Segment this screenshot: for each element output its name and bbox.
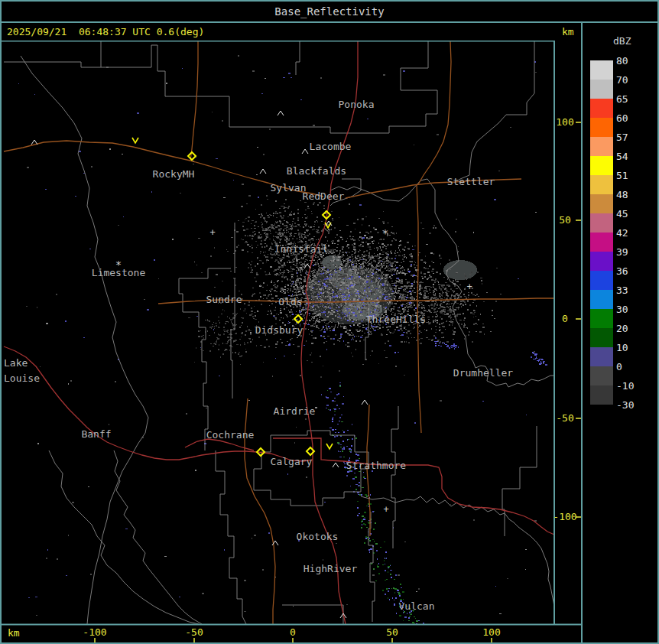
boundary-line — [21, 56, 148, 624]
legend-color-block — [590, 309, 613, 328]
city-label: Banff — [81, 428, 111, 440]
road-brown — [190, 41, 198, 161]
plus-marker-icon: + — [383, 504, 388, 515]
axes: 100500-50-100-100-50050100km — [8, 116, 581, 642]
legend-color-block — [590, 137, 613, 156]
timestamp-row: 2025/09/21 06:48:37 UTC 0.6(deg) km — [2, 23, 581, 41]
legend-tick-label: 54 — [616, 151, 628, 161]
boundary-line — [216, 450, 246, 624]
right-axis-label: 0 — [562, 313, 568, 324]
bottom-axis-label: 50 — [386, 626, 398, 638]
legend-color-block — [590, 60, 613, 80]
caret-marker-icon — [31, 140, 37, 145]
boundary-line — [4, 41, 101, 67]
legend-color-block — [590, 213, 613, 233]
legend-tick-label: 45 — [616, 209, 628, 219]
legend-tick-label: 42 — [616, 228, 628, 238]
legend-color-block — [590, 175, 613, 194]
legend-color-block — [590, 252, 613, 271]
boundary-line — [114, 450, 202, 624]
city-label: Olds — [278, 296, 302, 307]
bottom-axis-label: -50 — [185, 626, 203, 638]
scan-timestamp: 2025/09/21 06:48:37 UTC 0.6(deg) — [7, 26, 204, 37]
city-label: Didsbury — [255, 324, 304, 336]
legend-color-block — [590, 385, 613, 405]
boundary-line — [454, 41, 534, 183]
caret-marker-icon — [278, 111, 284, 115]
checkmark-icon — [326, 444, 333, 449]
city-label: Airdrie — [274, 405, 316, 417]
right-axis-label: 100 — [556, 116, 573, 128]
legend-tick-label: -30 — [616, 400, 634, 410]
road-brown — [418, 41, 451, 184]
boundary-line — [282, 605, 343, 624]
bottom-axis-label: -100 — [83, 626, 106, 638]
boundary-line — [368, 512, 375, 622]
plus-marker-icon: + — [466, 281, 472, 292]
legend-title: dBZ — [613, 35, 631, 47]
legend-color-block — [590, 156, 613, 175]
legend-color-block — [590, 271, 613, 290]
bottom-axis-label: 0 — [290, 626, 296, 638]
caret-marker-icon — [302, 149, 308, 154]
legend-color-block — [590, 118, 613, 137]
legend-tick-label: 10 — [616, 343, 628, 353]
right-axis-unit: km — [562, 26, 574, 37]
city-label: Vulcan — [399, 600, 435, 612]
city-label: Stettler — [447, 176, 495, 187]
city-label-layer: PonokaLacombeBlackfaldsSylvanRedDeerStet… — [4, 99, 513, 612]
boundary-line — [296, 41, 300, 75]
right-axis-label: 50 — [559, 214, 571, 226]
city-label: Strathmore — [346, 460, 406, 471]
echo-layer — [18, 55, 547, 629]
city-label: Ponoka — [339, 99, 375, 110]
radar-site-icon — [188, 152, 196, 160]
right-axis-label: -50 — [556, 412, 573, 424]
legend-color-block — [590, 80, 613, 99]
city-label: RockyMH — [153, 168, 195, 180]
legend-tick-label: 51 — [616, 171, 628, 181]
legend-tick-label: -10 — [616, 381, 634, 391]
legend-tick-label: 48 — [616, 190, 628, 200]
boundary-line — [101, 41, 437, 133]
caret-marker-icon — [260, 169, 266, 174]
marker-layer: **+++ — [31, 111, 472, 618]
city-label: Lake — [4, 357, 28, 369]
bottom-axis-label: 100 — [482, 626, 500, 638]
legend-color-block — [590, 366, 613, 385]
legend-color-block — [590, 99, 613, 118]
boundary-line — [49, 450, 199, 624]
legend-tick-label: 20 — [616, 324, 628, 333]
boundary-line — [361, 496, 554, 607]
city-label: Sylvan — [271, 182, 307, 194]
checkmark-icon — [132, 138, 138, 143]
asterisk-marker-icon: * — [382, 227, 388, 239]
city-label: Blackfalds — [287, 165, 346, 177]
legend-tick-label: 0 — [616, 362, 622, 372]
page-title: Base_Reflectivity — [274, 5, 384, 18]
city-label: ThreeHills — [366, 314, 426, 325]
legend-tick-label: 80 — [616, 56, 628, 66]
road-brown — [346, 179, 521, 198]
legend-tick-label: 36 — [616, 266, 628, 276]
legend-tick-label: 70 — [616, 75, 628, 85]
city-label: HighRiver — [304, 563, 358, 574]
city-label: Innisfail — [274, 243, 328, 255]
legend-tick-label: 33 — [616, 285, 628, 295]
city-label: Limestone — [92, 267, 146, 278]
dbz-legend-panel: dBZ 807065605754514845423936333020100-10… — [581, 23, 659, 642]
city-label: Drumheller — [453, 367, 513, 379]
boundary-line — [391, 406, 398, 548]
road-brown — [417, 184, 421, 433]
legend-color-block — [590, 290, 613, 309]
city-label: Cochrane — [206, 429, 255, 441]
legend-tick-label: 57 — [616, 132, 628, 142]
window-titlebar: Base_Reflectivity — [2, 2, 657, 23]
plus-marker-icon: + — [209, 227, 215, 238]
city-label: Calgary — [271, 456, 313, 467]
caret-marker-icon — [362, 400, 368, 405]
caret-marker-icon — [333, 463, 339, 467]
road-red — [185, 439, 254, 450]
legend-color-block — [590, 194, 613, 213]
radar-map-canvas[interactable]: 100500-50-100-100-50050100km**+++PonokaL… — [2, 41, 581, 642]
